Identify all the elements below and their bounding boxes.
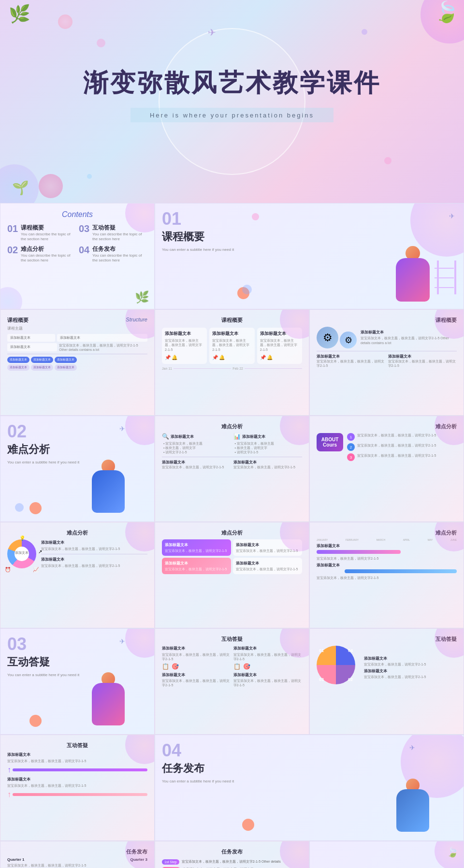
sl-text-2: 宣宝添加文本，板块主题，说明文字2-1-5 [364, 675, 457, 679]
clock-2 [29, 502, 42, 514]
content-box-2: 添加标题文本 宣宝添加文本，板块主题，板块主题，说明文字2-1-5 📌🔔 [209, 328, 254, 364]
tag-active-3: 添加标题文本 [55, 357, 77, 363]
nandian-grid-2: 添加标题文本 宣宝添加文本，板块主题，说明文字2-1-5 添加标题文本 宣宝添加… [162, 460, 302, 469]
nd-desc-2: 宣宝添加文本，板块主题，说明文字2-1-5 [233, 465, 303, 469]
slides-grid-row5: ✈ 03 互动答疑 You can enter a subtitle here … [0, 628, 464, 735]
content-box-icons: 📌🔔 [165, 354, 204, 361]
hudong-sector-slide: 互动答疑 01 02 03 04 添加标题文本 宣宝添加文本，板块主题，说明文字… [309, 628, 464, 735]
nandian-col-1: 🔍 添加标题文本 • 宣宝添加文本，板块主题• 板块主题，说明文字• 说明文字2… [162, 433, 231, 454]
blue-dot [242, 285, 252, 294]
sector-row: 01 02 03 04 添加标题文本 宣宝添加文本，板块主题，说明文字2-1-5… [317, 646, 457, 689]
hd-arrow-title-2: 添加标题文本 [7, 777, 147, 782]
gt1-title: 添加标题文本 [317, 354, 386, 359]
gear-text-2: 添加标题文本 宣宝添加文本，板块主题，板块主题，说明文字2-1-5 [388, 354, 457, 368]
slides-grid-row4: 难点分析 添加文本 💡 📈 ⏰ ↗ 添加标题文本 宣宝添加文本，板块主题，板块主… [0, 522, 464, 628]
kechen-gears-slide: 课程概要 ⚙ ⚙ 添加标题文本 宣宝添加文本，板块主题，板块主题，说明文字2-1… [309, 309, 464, 416]
nandian-cards-slide: 难点分析 添加标题文本 宣宝添加文本，板块主题，说明文字2-1-5 添加标题文本… [155, 522, 309, 628]
tag-active-2: 添加标题文本 [31, 357, 53, 363]
gantt-desc: 宣宝添加文本，板块主题，说明文字2-1-5 [317, 556, 457, 561]
hd-arrow-text-2: 宣宝添加文本，板块主题，板块主题，说明文字2-1-5 [7, 783, 147, 788]
contents-num-03: 03 [79, 224, 89, 233]
step-num-1: 1st Step [162, 859, 179, 865]
nandian-text-box-2: 添加标题文本 宣宝添加文本，板块主题，说明文字2-1-5 [233, 460, 303, 469]
nandian-item-1: 🔍 添加标题文本 [162, 433, 231, 440]
pie-desc: 宣宝添加文本，板块主题，板块主题，说明文字2-1-5 [41, 547, 147, 551]
hero-title: 渐变弥散风艺术教学课件 [83, 66, 381, 100]
hero-subtitle: Here is where your presentation begins [150, 112, 314, 119]
leaf-top-left-icon: 🌿 [9, 4, 30, 24]
contents-grid: 01 课程概要 You can describe the topic of th… [7, 224, 147, 263]
search-icon: 🔍 [162, 433, 169, 440]
flower-blob [39, 174, 63, 198]
month-jan: JANUARY [317, 538, 328, 541]
nandian-text-1: • 宣宝添加文本，板块主题• 板块主题，说明文字• 说明文字2-1-5 [162, 441, 231, 454]
flower-blob-2 [58, 14, 72, 29]
gear-text-grid: 添加标题文本 宣宝添加文本，板块主题，板块主题，说明文字2-1-5 添加标题文本… [317, 354, 457, 368]
nandian-text-box-1: 添加标题文本 宣宝添加文本，板块主题，说明文字2-1-5 [162, 460, 231, 469]
nd-card-title-1: 添加标题文本 [165, 542, 228, 548]
sl-title-2: 添加标题文本 [364, 668, 457, 674]
sector-legend: 添加标题文本 宣宝添加文本，板块主题，说明文字2-1-5 添加标题文本 宣宝添加… [364, 656, 457, 679]
kechen-boxes-slide: 课程概要 添加标题文本 宣宝添加文本，板块主题，板块主题，说明文字2-1-5 📌… [155, 309, 309, 416]
gantt-bar-2 [345, 569, 457, 573]
section-02-intro: ✈ 02 难点分析 You can enter a subtitle here … [0, 416, 155, 522]
hd-text-4: 宣宝添加文本，板块主题，板块主题，说明文字2-1-5 [233, 679, 303, 687]
sl-text-1: 宣宝添加文本，板块主题，说明文字2-1-5 [364, 662, 457, 666]
hd-arrow-text-1: 宣宝添加文本，板块主题，板块主题，说明文字2-1-5 [7, 759, 147, 763]
leaf-decoration-icon: 🌿 [135, 290, 149, 304]
hd-title-2: 添加标题文本 [162, 672, 231, 678]
contents-num-01: 01 [7, 224, 18, 233]
up-arrow-icon-2: ↑ [7, 790, 11, 799]
badge-2: 2 [347, 443, 355, 451]
nd-card-title-3: 添加标题文本 [165, 561, 228, 566]
sector-chart-container: 01 02 03 04 [317, 646, 360, 689]
blob-bl [0, 287, 22, 309]
slides-grid-row3: ✈ 02 难点分析 You can enter a subtitle here … [0, 416, 464, 522]
body-2 [92, 470, 125, 513]
pie-row: 添加文本 💡 📈 ⏰ ↗ 添加标题文本 宣宝添加文本，板块主题，板块主题，说明文… [7, 539, 147, 568]
nandian-about-slide: 难点分析 ABOUTCours 1 宣宝添加文本，板块主题，板块主题，说明文字2… [309, 416, 464, 522]
leaf-thanks-icon: 🍃 [447, 846, 459, 858]
contents-item-04: 04 任务发布 You can describe the topic of th… [79, 245, 147, 263]
contents-item-01: 01 课程概要 You can describe the topic of th… [7, 224, 76, 242]
arrow-row-1: ↑ [7, 766, 147, 774]
hd-icon-1: 📋 [162, 663, 169, 670]
hd-arrow-title-1: 添加标题文本 [7, 752, 147, 757]
hero-slide: 🌿 🍃 🌱 ✈ 渐变弥散风艺术教学课件 Here is where your p… [0, 0, 464, 203]
gears-desc: 宣宝添加文本，板块主题，板块主题，说明文字2-1-5 Other details… [361, 336, 457, 346]
hd-icons-1: 📋 🎯 [162, 663, 231, 670]
slides-grid-row2: 课程概要 课程主题 添加标题文本 添加标题文本 添加标题文本 宣宝添加文本，板块… [0, 309, 464, 416]
num-text-1: 宣宝添加文本，板块主题，板块主题，说明文字2-1-5 [357, 433, 436, 437]
contents-num-02: 02 [7, 245, 18, 255]
num-text-3: 宣宝添加文本，板块主题，板块主题，说明文字2-1-5 [357, 453, 436, 458]
pie-icon-arrow: ↗ [38, 549, 42, 554]
body-4 [396, 789, 429, 832]
pie-icon-up: 📈 [33, 567, 39, 572]
hd-icon-4: 🎯 [243, 663, 250, 670]
section-04-intro: ✈ 04 任务发布 You can enter a subtitle here … [155, 735, 464, 841]
badge-1: 1 [347, 433, 355, 441]
clock-4 [242, 819, 254, 831]
contents-item-02: 02 难点分析 You can describe the topic of th… [7, 245, 76, 263]
leaf-top-right-icon: 🍃 [434, 0, 459, 24]
section-num-02: 02 [7, 423, 147, 440]
gear-text-1: 添加标题文本 宣宝添加文本，板块主题，板块主题，说明文字2-1-5 [317, 354, 386, 368]
struct-desc-1: 宣宝添加文本，板块主题，板块主题，说明文字2-1-5 Other details… [59, 343, 147, 351]
progress-bar-1 [13, 768, 147, 771]
pie-center-text: 添加文本 [14, 547, 29, 555]
pie-title-2: 添加标题文本 [41, 557, 147, 562]
tag-1: 添加标题文本 [7, 364, 29, 371]
blob-tr-18 [280, 841, 309, 868]
pie-desc-2: 宣宝添加文本，板块主题，板块主题，说明文字2-1-5 [41, 564, 147, 568]
contents-num-04: 04 [79, 245, 89, 255]
section-title-03: 互动答疑 [7, 655, 147, 669]
nandian-barchart-slide: 难点分析 JANUARY FEBRUARY MARCH APRIL MAY JU… [309, 522, 464, 628]
q1-header: Quarter 1 [7, 857, 25, 862]
nd-card-text-4: 宣宝添加文本，板块主题，说明文字2-1-5 [236, 567, 299, 571]
hero-subtitle-bar: Here is where your presentation begins [130, 108, 334, 122]
body-icon [396, 258, 430, 302]
about-box: ABOUTCours [317, 433, 343, 451]
pie-icon-alarm: ⏰ [5, 567, 11, 572]
renwu-steps-slide: 任务发布 1st Step 宣宝添加文本，板块主题，板块主题，说明文字2-1-5… [155, 841, 309, 868]
blue-dot-2 [15, 503, 24, 512]
